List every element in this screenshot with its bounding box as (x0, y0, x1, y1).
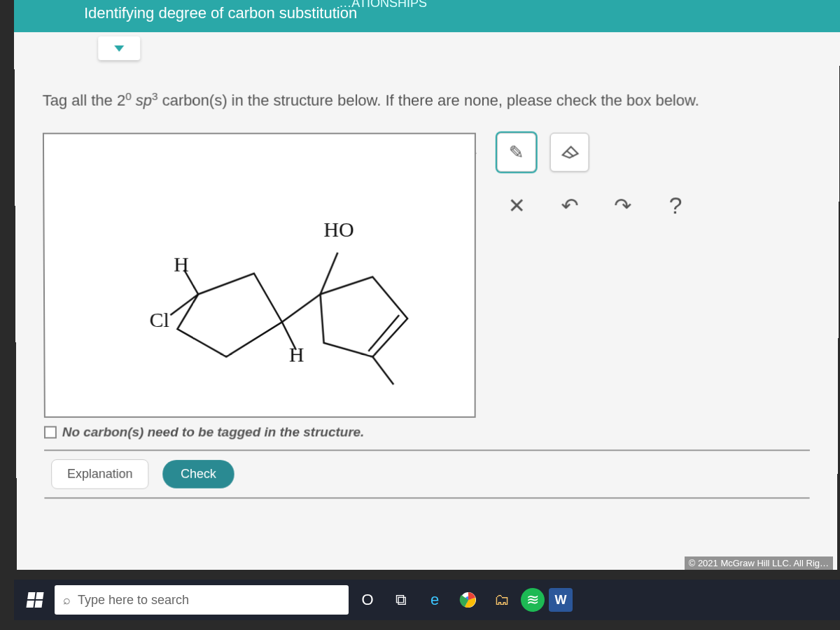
word-icon[interactable]: W (549, 588, 573, 612)
pen-icon: ✎ (509, 141, 524, 163)
prompt-suffix: carbon(s) in the structure below. If the… (162, 92, 699, 109)
help-button[interactable]: ? (656, 186, 695, 225)
edge-icon[interactable]: e (420, 585, 449, 615)
windows-logo-icon (26, 592, 43, 608)
clear-button[interactable]: ✕ (497, 186, 536, 225)
start-button[interactable] (20, 584, 50, 615)
search-icon: ⌕ (63, 593, 71, 608)
drawing-toolbox: ✎ ✕ ↶ ↷ ? (496, 133, 734, 418)
lesson-header: …ATIONSHIPS Identifying degree of carbon… (14, 0, 840, 32)
action-bar: Explanation Check (44, 450, 810, 499)
cortana-icon[interactable]: O (353, 585, 382, 615)
taskbar-search[interactable]: ⌕ Type here to search (55, 585, 349, 615)
spotify-icon[interactable]: ≋ (521, 588, 545, 612)
header-partial-text: …ATIONSHIPS (339, 0, 427, 10)
prompt-prefix: Tag all the (43, 92, 117, 109)
svg-line-8 (320, 253, 337, 295)
explanation-button[interactable]: Explanation (51, 459, 148, 489)
question-icon: ? (669, 192, 682, 219)
eraser-tool[interactable] (550, 133, 589, 172)
pen-tool[interactable]: ✎ (497, 133, 536, 172)
no-carbons-label: No carbon(s) need to be tagged in the st… (62, 425, 365, 440)
undo-icon: ↶ (561, 193, 578, 218)
molecule-svg (44, 134, 477, 419)
lesson-dropdown[interactable] (98, 36, 140, 60)
windows-taskbar: ⌕ Type here to search O ⧉ e 🗂 ≋ W (14, 580, 840, 620)
svg-line-2 (170, 295, 198, 316)
prompt-degree-base: 2 (117, 92, 125, 109)
no-carbons-checkbox[interactable] (44, 426, 57, 439)
prompt-hybrid-base: sp (136, 92, 152, 109)
question-prompt: Tag all the 20 sp3 carbon(s) in the stru… (43, 88, 812, 112)
label-h-bottom: H (289, 343, 304, 367)
x-icon: ✕ (507, 193, 525, 218)
lesson-title: Identifying degree of carbon substitutio… (84, 4, 357, 22)
svg-line-9 (567, 151, 574, 157)
no-carbons-row[interactable]: No carbon(s) need to be tagged in the st… (44, 425, 810, 440)
label-ho: HO (323, 218, 354, 241)
svg-line-7 (372, 357, 393, 385)
chevron-down-icon (114, 45, 124, 51)
label-cl: Cl (150, 309, 169, 332)
prompt-hybrid-sup: 3 (152, 90, 158, 102)
prompt-degree-sup: 0 (125, 90, 132, 102)
redo-icon: ↷ (614, 193, 631, 218)
search-placeholder: Type here to search (78, 593, 189, 608)
redo-button[interactable]: ↷ (603, 186, 642, 225)
structure-canvas[interactable]: HO H Cl H (43, 133, 476, 418)
eraser-icon (560, 146, 580, 160)
copyright-text: © 2021 McGraw Hill LLC. All Rig… (685, 556, 833, 570)
check-button[interactable]: Check (162, 460, 234, 489)
chrome-icon[interactable] (454, 585, 483, 615)
file-explorer-icon[interactable]: 🗂 (487, 585, 517, 615)
undo-button[interactable]: ↶ (550, 186, 589, 225)
label-h-top: H (174, 253, 189, 276)
svg-line-4 (282, 295, 321, 323)
taskview-icon[interactable]: ⧉ (386, 585, 416, 615)
svg-marker-5 (321, 277, 408, 357)
